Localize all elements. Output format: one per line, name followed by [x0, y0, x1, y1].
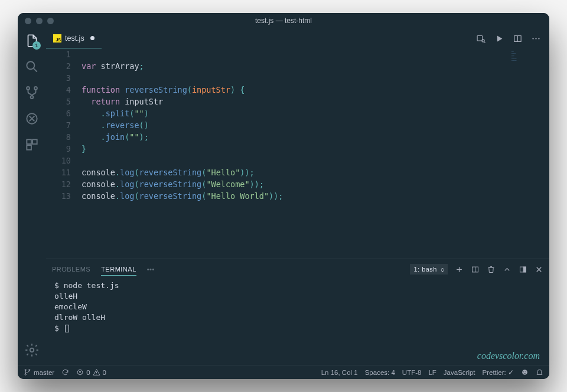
more-actions-icon[interactable] [531, 34, 541, 44]
svg-point-4 [31, 96, 34, 99]
svg-line-1 [34, 68, 37, 72]
status-encoding[interactable]: UTF-8 [402, 369, 422, 376]
panel-tab-bar: PROBLEMS TERMINAL ••• 1: bash [46, 259, 549, 279]
split-editor-icon[interactable] [513, 34, 523, 44]
svg-point-0 [27, 61, 34, 69]
svg-point-28 [25, 374, 26, 375]
extensions-icon[interactable] [24, 137, 40, 152]
panel-tab-problems[interactable]: PROBLEMS [52, 263, 90, 275]
close-panel-icon[interactable] [535, 265, 543, 274]
status-branch[interactable]: master [24, 368, 54, 376]
source-control-icon[interactable] [24, 85, 40, 100]
status-eol[interactable]: LF [428, 369, 436, 376]
vscode-window: test.js — test-html 1 [18, 13, 549, 379]
main-area: 1 JS test.js [18, 28, 549, 365]
sync-icon [61, 368, 69, 376]
split-terminal-icon[interactable] [471, 265, 480, 274]
kill-terminal-icon[interactable] [487, 265, 496, 274]
tab-filename: test.js [65, 34, 84, 43]
bottom-panel: PROBLEMS TERMINAL ••• 1: bash $ node tes… [46, 259, 549, 365]
svg-line-12 [484, 41, 485, 43]
warning-icon [93, 368, 100, 376]
svg-point-16 [535, 38, 536, 39]
svg-point-2 [27, 87, 30, 90]
terminal-selector[interactable]: 1: bash [410, 266, 448, 273]
svg-point-3 [34, 87, 37, 90]
error-icon [76, 368, 84, 376]
svg-rect-6 [27, 139, 31, 144]
status-cursor-pos[interactable]: Ln 16, Col 1 [321, 369, 358, 376]
panel-tab-more-icon[interactable]: ••• [147, 263, 155, 275]
status-feedback-icon[interactable] [521, 368, 529, 376]
tab-test-js[interactable]: JS test.js [46, 28, 102, 48]
watermark: codevscolor.com [477, 351, 540, 361]
editor-actions [476, 34, 549, 44]
svg-point-34 [522, 370, 527, 375]
branch-icon [24, 368, 31, 376]
minimap[interactable]: ▬▬▬▬▬▬▬▬▬▬▬▬▬▬▬▬▬▬▬▬▬▬▬▬▬▬▬▬▬▬ [511, 51, 547, 74]
window-title: test.js — test-html [18, 17, 549, 25]
svg-point-35 [523, 371, 524, 372]
code-editor[interactable]: 12345678910111213 var strArray; function… [46, 48, 549, 259]
code-content[interactable]: var strArray; function reverseString(inp… [82, 48, 549, 259]
titlebar: test.js — test-html [18, 13, 549, 28]
svg-point-36 [526, 371, 526, 372]
svg-point-26 [25, 370, 26, 371]
status-bar: master 0 0 Ln 16, Col 1 Spaces: 4 UTF-8 … [18, 365, 549, 379]
svg-point-9 [30, 348, 34, 352]
settings-gear-icon[interactable] [24, 342, 40, 358]
status-sync[interactable] [61, 368, 69, 376]
status-notifications-icon[interactable] [536, 368, 543, 376]
toggle-panel-icon[interactable] [519, 265, 527, 274]
line-number-gutter: 12345678910111213 [46, 48, 82, 259]
activity-bar: 1 [18, 28, 46, 365]
dirty-indicator-icon [90, 36, 94, 40]
status-problems[interactable]: 0 0 [76, 368, 106, 376]
editor-area: JS test.js 12345678910111213 var strArra… [46, 28, 549, 365]
terminal-output[interactable]: $ node test.jsolleHemocleWdlroW olleH$ c… [46, 279, 549, 365]
find-replace-icon[interactable] [476, 34, 486, 44]
svg-point-17 [538, 38, 539, 39]
status-indentation[interactable]: Spaces: 4 [365, 369, 395, 376]
explorer-icon[interactable]: 1 [24, 33, 40, 48]
svg-rect-23 [523, 267, 526, 272]
tab-bar: JS test.js [46, 28, 549, 48]
debug-icon[interactable] [24, 111, 40, 126]
svg-rect-10 [477, 35, 483, 40]
run-icon[interactable] [494, 34, 504, 44]
explorer-badge: 1 [32, 41, 41, 50]
svg-point-27 [29, 370, 30, 371]
svg-point-15 [532, 38, 533, 39]
panel-tab-terminal[interactable]: TERMINAL [101, 263, 136, 276]
search-icon[interactable] [24, 59, 40, 74]
svg-rect-8 [27, 145, 31, 150]
status-prettier[interactable]: Prettier: ✓ [483, 368, 514, 377]
svg-point-33 [96, 374, 97, 374]
svg-rect-7 [32, 139, 37, 144]
status-language[interactable]: JavaScript [444, 369, 475, 376]
new-terminal-icon[interactable] [455, 265, 464, 274]
javascript-file-icon: JS [53, 34, 61, 43]
maximize-panel-icon[interactable] [503, 265, 511, 274]
